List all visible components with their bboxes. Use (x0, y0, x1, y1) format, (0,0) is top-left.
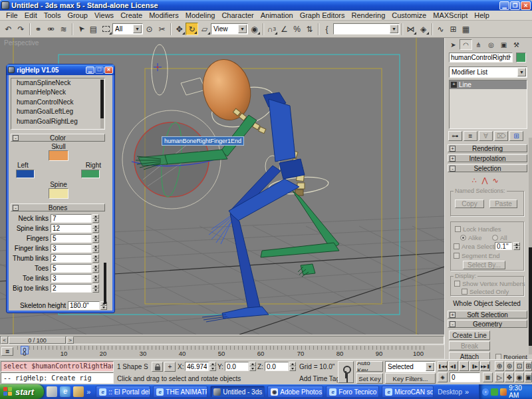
spine-links-input[interactable] (51, 225, 91, 232)
previous-frame-icon[interactable]: ◀❚ (448, 361, 458, 371)
expand-icon[interactable]: + (450, 156, 456, 162)
fingers-input[interactable] (51, 235, 91, 242)
list-item[interactable]: humanGoalLeftLeg (11, 107, 104, 116)
geometry-rollout[interactable]: -Geometry (448, 320, 527, 328)
task-button[interactable]: eForo Tecnico y... (326, 386, 379, 398)
select-by-name-icon[interactable]: ▤ (87, 23, 100, 35)
desktop-toolbar-label[interactable]: Desktop (438, 388, 462, 396)
select-by-button[interactable]: Select By... (463, 261, 505, 269)
expand-icon[interactable]: + (450, 312, 456, 318)
collapse-icon[interactable]: - (13, 135, 19, 141)
panel-scrollbar[interactable] (529, 138, 532, 354)
show-end-result-icon[interactable]: ≡ (464, 131, 477, 141)
make-unique-icon[interactable]: ∀ (479, 131, 493, 141)
tray-app-icon[interactable] (500, 388, 507, 396)
add-time-tag[interactable]: Add Time Tag (299, 375, 340, 382)
modifier-list-dropdown[interactable]: Modifier List▼ (449, 66, 527, 78)
dialog-scrollbar[interactable] (104, 263, 106, 304)
next-frame-icon[interactable]: ❚▶ (469, 361, 479, 371)
auto-key-button[interactable]: Auto Key (356, 361, 383, 372)
set-key-button[interactable]: Set Key (356, 373, 383, 384)
close-button[interactable]: ✕ (521, 1, 531, 10)
collapse-icon[interactable]: - (13, 205, 19, 211)
right-color-swatch[interactable] (81, 170, 100, 178)
soft-selection-rollout[interactable]: +Soft Selection (448, 311, 527, 319)
use-center-icon[interactable]: ◉ (248, 23, 261, 35)
neck-links-input[interactable] (51, 215, 91, 222)
select-and-manipulate-icon[interactable]: ✂ (156, 23, 168, 35)
arc-rotate-icon[interactable]: ◉ (515, 372, 524, 382)
object-name-field[interactable] (450, 53, 512, 62)
quick-launch-overflow-chevron[interactable]: » (86, 388, 90, 396)
stack-item-line[interactable]: + Line (450, 80, 527, 89)
menu-item-help[interactable]: Help (471, 11, 493, 19)
bind-to-space-warp-icon[interactable]: ≋ (57, 23, 70, 35)
clock[interactable]: 9:30 AM (509, 384, 532, 399)
time-slider-thumb[interactable]: 0 / 100 (9, 336, 66, 344)
finger-links-input[interactable] (51, 245, 91, 252)
interpolation-rollout[interactable]: +Interpolation (448, 154, 527, 162)
next-frame-arrow[interactable]: > (66, 336, 74, 344)
messenger-tray-icon[interactable] (491, 388, 497, 396)
go-to-end-icon[interactable]: ▶▶❚ (480, 361, 490, 371)
selected-only-checkbox[interactable] (462, 289, 467, 295)
menu-item-rendering[interactable]: Rendering (348, 11, 389, 19)
mirror-icon[interactable]: ⋈ (404, 23, 417, 35)
spinner[interactable] (92, 284, 99, 293)
righelp-maximize-button[interactable]: ❐ (95, 66, 104, 74)
time-configuration-icon[interactable]: ▦ (483, 372, 493, 382)
lock-handles-checkbox[interactable] (455, 226, 461, 232)
remove-modifier-icon[interactable]: ⌦ (494, 131, 508, 141)
task-button-3ds-max-active[interactable]: Untitled - 3ds ... (210, 386, 265, 398)
segment-subobject-icon[interactable]: ⋀ (479, 176, 490, 185)
selection-rollout[interactable]: -Selection (448, 164, 527, 172)
menu-item-modifiers[interactable]: Modifiers (146, 11, 182, 19)
zoom-extents-all-icon[interactable]: ⊞ (525, 361, 532, 371)
show-vertex-numbers-checkbox[interactable] (454, 281, 460, 287)
spinner[interactable] (209, 362, 216, 371)
folder-icon[interactable] (73, 386, 84, 397)
key-mode-toggle-icon[interactable]: ◈ (438, 372, 448, 382)
set-keys-button[interactable] (338, 361, 354, 383)
spinner[interactable] (92, 224, 99, 233)
tab-motion[interactable]: ◎ (485, 39, 497, 50)
chevron-down-icon[interactable]: ▼ (426, 362, 434, 371)
maximize-button[interactable]: ❐ (510, 1, 520, 10)
tab-utilities[interactable]: ⚒ (510, 39, 523, 50)
selection-lock-icon[interactable] (152, 362, 163, 372)
spinner[interactable] (92, 244, 99, 253)
absolute-offset-toggle-icon[interactable]: + (164, 362, 176, 372)
zoom-all-icon[interactable]: ⊛ (505, 361, 514, 371)
all-radio[interactable] (492, 235, 498, 241)
spinner[interactable] (92, 234, 99, 243)
unlink-selection-icon[interactable]: ⚮ (45, 23, 57, 35)
area-selection-checkbox[interactable] (454, 243, 460, 249)
viewport-label[interactable]: Perspective (4, 39, 39, 47)
copy-button[interactable]: Copy (455, 200, 484, 208)
righelp-close-button[interactable]: ✕ (104, 66, 113, 74)
menu-item-graph-editors[interactable]: Graph Editors (297, 11, 348, 19)
align-icon[interactable]: ◈ (417, 23, 430, 35)
schematic-view-icon[interactable]: ⊞ (447, 23, 460, 35)
internet-explorer-icon[interactable]: e (60, 386, 70, 397)
named-selection-sets-dropdown[interactable]: ▼ (333, 23, 400, 35)
task-button[interactable]: eTHE ANIMATR... (153, 386, 207, 398)
task-button[interactable]: ◉Adobe Photos... (267, 386, 323, 398)
chevron-down-icon[interactable]: ▼ (517, 68, 526, 76)
select-and-scale-icon[interactable]: ▱ (198, 23, 211, 35)
righelp-titlebar[interactable]: rigHelp V1.05 ▁ ❐ ✕ (7, 65, 114, 75)
spinner[interactable] (92, 214, 99, 223)
menu-item-file[interactable]: File (3, 11, 21, 19)
tab-hierarchy[interactable]: ⋔ (472, 39, 485, 50)
big-toe-links-input[interactable] (51, 285, 91, 292)
open-mini-curve-editor-icon[interactable]: ≣ (1, 347, 13, 356)
selection-region-icon[interactable] (100, 23, 112, 35)
rig-node-list[interactable]: humanSplineNeck humanHelpNeck humanContr… (11, 78, 105, 130)
start-button[interactable]: start (0, 384, 44, 399)
tab-display[interactable]: ▣ (497, 39, 510, 50)
window-crossing-icon[interactable]: ⊙ (143, 23, 156, 35)
menu-item-animation[interactable]: Animation (257, 11, 297, 19)
prev-frame-arrow[interactable]: < (1, 336, 8, 344)
list-item[interactable]: humanHelpNeck (11, 88, 104, 97)
selection-filter-dropdown[interactable]: All▼ (112, 23, 143, 35)
